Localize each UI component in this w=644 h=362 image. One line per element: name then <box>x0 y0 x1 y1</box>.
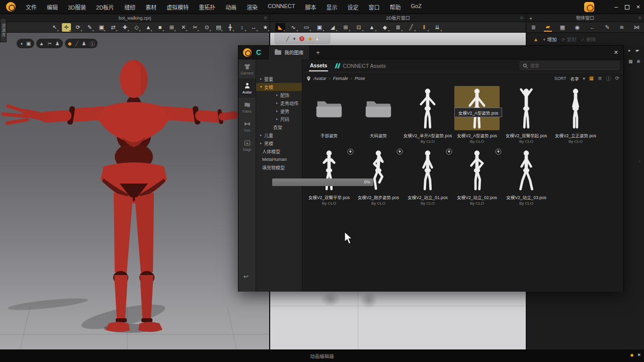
tool-icon[interactable]: ▲ <box>367 23 377 32</box>
panel-icon[interactable]: ▰ <box>635 48 639 53</box>
tool-icon[interactable]: ✎ <box>86 23 94 32</box>
tree-item-尺码[interactable]: ▸尺码 <box>256 115 302 123</box>
tree-item-配饰[interactable]: ▸配饰 <box>256 91 302 99</box>
menu-GoZ[interactable]: GoZ <box>406 3 427 11</box>
tool-icon[interactable]: ▣ <box>314 23 325 32</box>
tool-icon[interactable]: ★ <box>261 23 270 32</box>
library-rail-avatar[interactable]: Avatar <box>238 78 256 98</box>
add-tab-button[interactable]: + <box>316 49 320 56</box>
tool-icon[interactable]: ✕ <box>179 23 188 32</box>
tool-icon[interactable]: ⊞ <box>341 23 351 32</box>
menu-渲染[interactable]: 渲染 <box>242 3 263 11</box>
overlay-tool-icon[interactable]: ▲ <box>39 41 44 46</box>
folder-thumbnail[interactable] <box>356 86 401 130</box>
tool-icon[interactable]: ▤ <box>214 23 223 32</box>
menu-2D板片[interactable]: 2D板片 <box>91 3 119 11</box>
pose-thumbnail[interactable] <box>553 86 598 130</box>
tool-icon[interactable]: ✚ <box>121 23 129 32</box>
tool-icon[interactable]: ∿ <box>288 23 298 32</box>
tree-item-走秀动作[interactable]: ▸走秀动作 <box>256 99 302 107</box>
tree-item-填充物模型[interactable]: 填充物模型 <box>256 163 302 171</box>
tool-icon[interactable]: ▣ <box>97 23 106 32</box>
library-item[interactable]: 女模V2_站立_01.posBy CLO <box>404 148 451 206</box>
menu-CONNECT[interactable]: CONNECT <box>263 3 300 11</box>
menu-窗口[interactable]: 窗口 <box>364 3 385 11</box>
tree-item-男模[interactable]: ▸男模 <box>256 139 302 147</box>
tool-icon[interactable]: ⟳ <box>74 23 83 32</box>
menu-重拓扑[interactable]: 重拓扑 <box>194 3 220 11</box>
pattern-tab-icon[interactable]: ▾ <box>293 36 296 41</box>
action-button[interactable]: ⟳复制 <box>561 36 576 43</box>
pose-thumbnail[interactable] <box>504 148 549 192</box>
library-item[interactable]: 大码姿势 <box>355 86 402 144</box>
tool-icon[interactable]: ⊙ <box>202 23 211 32</box>
menu-虚拟模特[interactable]: 虚拟模特 <box>162 3 194 11</box>
menu-帮助[interactable]: 帮助 <box>385 3 406 11</box>
clo-app-icon[interactable] <box>584 2 594 12</box>
tab-connect-assets[interactable]: CONNECT Assets <box>335 63 386 69</box>
library-close-button[interactable]: ✕ <box>614 49 618 56</box>
library-item[interactable]: 女模V2_站立_02.posBy CLO <box>453 148 501 206</box>
tool-icon[interactable]: ⊞ <box>168 23 176 32</box>
tool-icon[interactable]: ⇄ <box>109 23 117 32</box>
pose-thumbnail[interactable] <box>405 86 450 130</box>
library-rail-stage[interactable]: Stage <box>238 136 256 155</box>
tree-item-姿势[interactable]: ▸姿势 <box>256 107 302 115</box>
tool-icon[interactable]: ✛ <box>62 23 70 32</box>
maximize-button[interactable] <box>625 5 629 10</box>
object-tab-icon[interactable]: ≋ <box>617 24 626 31</box>
pattern-tab-icon[interactable]: ! <box>299 36 304 41</box>
back-button[interactable]: ↩ <box>244 273 249 280</box>
library-rail-trim[interactable]: Trim <box>238 117 256 136</box>
sort-caret-icon[interactable]: ▾ <box>583 76 585 81</box>
left-panel-tab[interactable]: 资源库 <box>0 18 7 42</box>
overlay-tool-icon[interactable]: ♟ <box>55 41 60 46</box>
project-tab[interactable]: bot_walking.zprj <box>119 16 151 21</box>
panel-icon[interactable]: ▦ <box>628 59 633 64</box>
panel-icon[interactable]: ▸ <box>628 48 631 53</box>
tool-icon[interactable]: ↖ <box>50 23 59 32</box>
tool-icon[interactable]: ‖ <box>419 23 429 32</box>
menu-脚本[interactable]: 脚本 <box>300 3 321 11</box>
refresh-icon[interactable]: ⟳ <box>615 75 619 81</box>
pattern-mini-toolbar[interactable]: ╱▾!◆▴ <box>274 33 331 44</box>
breadcrumb-female[interactable]: Female <box>333 76 348 81</box>
library-item[interactable]: 女模V2_站立_03.posBy CLO <box>503 148 550 206</box>
list-view-icon[interactable]: ≣ <box>598 75 602 81</box>
tool-icon[interactable]: ◆ <box>380 23 390 32</box>
add-button[interactable]: +增加 <box>543 36 557 43</box>
overlay-tool-icon[interactable]: ⓘ <box>90 40 95 47</box>
menu-动画[interactable]: 动画 <box>220 3 242 11</box>
menu-素材[interactable]: 素材 <box>140 3 162 11</box>
connect-icon[interactable]: C <box>256 48 261 56</box>
object-tab-icon[interactable]: ▦ <box>558 24 567 31</box>
library-item[interactable]: 女模V2_双臂举起.posBy CLO <box>503 86 550 144</box>
pose-thumbnail[interactable] <box>504 86 549 130</box>
tool-icon[interactable]: ✂ <box>191 23 199 32</box>
menu-缝纫[interactable]: 缝纫 <box>119 3 140 11</box>
pose-thumbnail[interactable] <box>405 148 450 192</box>
library-item[interactable]: 女模V2_双臂平举.posBy CLO <box>305 148 353 206</box>
tool-icon[interactable]: ⇊ <box>432 23 442 32</box>
library-rail-garment[interactable]: Garment <box>238 59 256 78</box>
overlay-tool-icon[interactable]: ◑ <box>20 41 23 46</box>
tool-icon[interactable]: ╱ <box>406 23 416 32</box>
tool-icon[interactable]: ↕ <box>237 23 246 32</box>
tool-icon[interactable]: ◣ <box>275 23 285 32</box>
menu-编辑[interactable]: 编辑 <box>42 3 63 11</box>
library-rail-fabric[interactable]: Fabric <box>238 98 256 117</box>
tree-item-衣架[interactable]: 衣架 <box>256 123 302 131</box>
grid-view-icon[interactable]: ▦ <box>589 75 594 81</box>
pin-icon[interactable]: ⊙ <box>638 16 641 20</box>
library-item[interactable]: 女模V2_立正姿势.posBy CLO <box>552 86 599 144</box>
menu-显示[interactable]: 显示 <box>321 3 343 11</box>
minimize-button[interactable]: – <box>614 4 618 10</box>
object-tab-icon[interactable]: ← <box>588 24 597 31</box>
tool-icon[interactable]: ╋ <box>226 23 234 32</box>
clo-logo-icon[interactable] <box>243 48 252 57</box>
action-button[interactable]: ✓删除 <box>581 36 596 43</box>
overlay-tool-icon[interactable]: ╱ <box>75 41 78 46</box>
library-search[interactable] <box>520 61 619 70</box>
overlay-tool-icon[interactable]: ✂ <box>47 41 51 46</box>
pose-thumbnail[interactable] <box>454 148 500 192</box>
